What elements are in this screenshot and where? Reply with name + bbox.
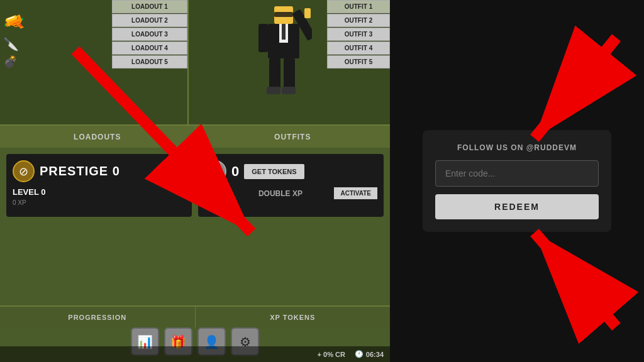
character-svg xyxy=(255,3,312,104)
outfit-list: OUTFIT 1 OUTFIT 2 OUTFIT 3 OUTFIT 4 OUTF… xyxy=(327,0,390,69)
xp-box: XP 0 GET TOKENS LEVEL DOUBLE XP ACTIVATE xyxy=(198,154,384,217)
tab-outfits[interactable]: OUTFITS xyxy=(196,126,391,148)
loadout-item-1[interactable]: LOADOUT 1 xyxy=(112,0,187,13)
activate-button[interactable]: ACTIVATE xyxy=(334,187,377,199)
xp-count: 0 xyxy=(231,163,239,180)
redeem-card: FOLLOW US ON @RUDDEVM REDEEM xyxy=(423,130,611,233)
xp-sublabel: 0 XP xyxy=(13,199,26,206)
prestige-box: ⊘ PRESTIGE 0 LEVEL 0 0 XP xyxy=(6,154,192,217)
double-xp-label: DOUBLE XP xyxy=(258,189,303,198)
weapons-display: 🔫 🔪 💣 xyxy=(3,13,25,69)
redeem-button[interactable]: REDEEM xyxy=(435,194,599,219)
tab-xp-tokens[interactable]: XP TOKENS xyxy=(196,307,391,327)
character-display xyxy=(255,3,312,106)
top-section: 🔫 🔪 💣 LOADOUT 1 LOADOUT 2 LOADOUT 3 LOAD… xyxy=(0,0,390,126)
tab-loadouts[interactable]: LOADOUTS xyxy=(0,126,196,148)
svg-rect-9 xyxy=(284,58,295,90)
status-bar: + 0% CR 🕐 06:34 xyxy=(0,346,390,362)
svg-rect-8 xyxy=(269,58,280,90)
loadout-item-5[interactable]: LOADOUT 5 xyxy=(112,55,187,69)
tab-bar: LOADOUTS OUTFITS xyxy=(0,126,390,148)
right-panel: FOLLOW US ON @RUDDEVM REDEEM xyxy=(390,0,644,362)
follow-text: FOLLOW US ON @RUDDEVM xyxy=(435,143,599,153)
level-label: LEVEL 0 xyxy=(13,187,46,197)
outfit-item-1[interactable]: OUTFIT 1 xyxy=(327,0,390,13)
loadout-item-3[interactable]: LOADOUT 3 xyxy=(112,28,187,41)
svg-rect-1 xyxy=(274,12,293,17)
outfit-item-4[interactable]: OUTFIT 4 xyxy=(327,41,390,55)
clock-icon: 🕐 xyxy=(355,350,364,358)
grenade-icon: 💣 xyxy=(3,55,25,69)
xp-icon: XP xyxy=(204,160,226,182)
prestige-header: ⊘ PRESTIGE 0 xyxy=(13,160,186,182)
svg-rect-11 xyxy=(282,87,296,94)
svg-rect-10 xyxy=(267,87,280,94)
loadout-item-4[interactable]: LOADOUT 4 xyxy=(112,41,187,55)
rifle-icon: 🔫 xyxy=(0,9,28,36)
loadout-area: 🔫 🔪 💣 LOADOUT 1 LOADOUT 2 LOADOUT 3 LOAD… xyxy=(0,0,189,124)
level-row: LEVEL 0 0 XP xyxy=(13,187,186,206)
loadout-list: LOADOUT 1 LOADOUT 2 LOADOUT 3 LOADOUT 4 … xyxy=(112,0,187,69)
svg-rect-7 xyxy=(304,8,311,18)
svg-rect-5 xyxy=(258,24,268,52)
loadout-item-2[interactable]: LOADOUT 2 xyxy=(112,14,187,27)
code-input[interactable] xyxy=(435,160,599,187)
level-sub-label: LEVEL xyxy=(204,190,226,197)
outfit-item-5[interactable]: OUTFIT 5 xyxy=(327,55,390,69)
get-tokens-button[interactable]: GET TOKENS xyxy=(244,164,304,179)
tab-progression[interactable]: PROGRESSION xyxy=(0,307,196,327)
cr-status: + 0% CR xyxy=(318,351,345,358)
outfit-item-2[interactable]: OUTFIT 2 xyxy=(327,14,390,27)
stats-section: ⊘ PRESTIGE 0 LEVEL 0 0 XP XP 0 GET TOKEN… xyxy=(0,148,390,223)
svg-rect-4 xyxy=(282,24,286,40)
prestige-label: PRESTIGE 0 xyxy=(40,164,120,178)
double-xp-row: LEVEL DOUBLE XP ACTIVATE xyxy=(204,187,377,199)
time-status: 🕐 06:34 xyxy=(355,350,384,358)
knife-icon: 🔪 xyxy=(3,36,25,52)
xp-header: XP 0 GET TOKENS xyxy=(204,160,377,182)
outfit-item-3[interactable]: OUTFIT 3 xyxy=(327,28,390,41)
bottom-tab-bar: PROGRESSION XP TOKENS xyxy=(0,305,390,327)
prestige-icon: ⊘ xyxy=(13,160,35,182)
outfit-area: OUTFIT 1 OUTFIT 2 OUTFIT 3 OUTFIT 4 OUTF… xyxy=(189,0,390,124)
left-panel: 🔫 🔪 💣 LOADOUT 1 LOADOUT 2 LOADOUT 3 LOAD… xyxy=(0,0,390,362)
